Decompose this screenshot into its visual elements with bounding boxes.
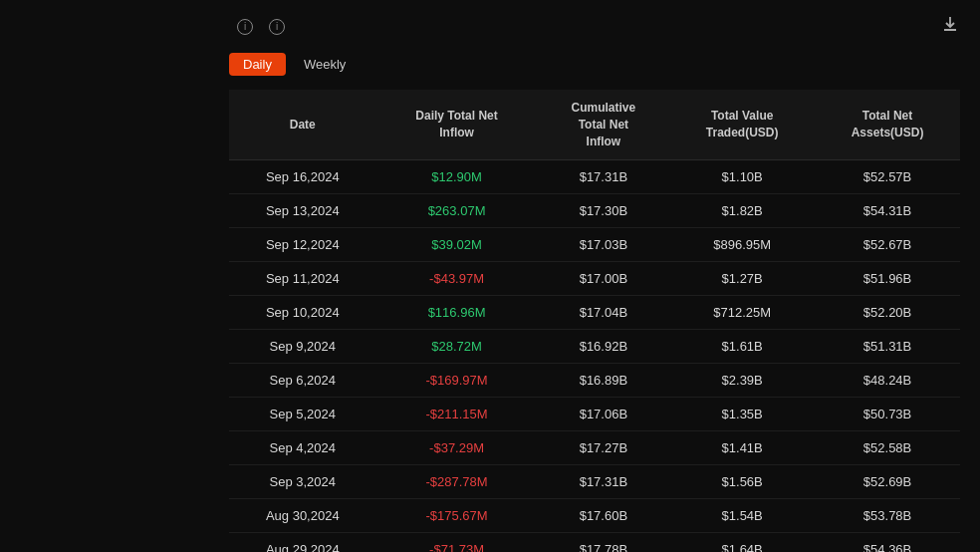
col-traded: Total ValueTraded(USD) bbox=[669, 90, 815, 160]
table-row: Sep 16,2024 $12.90M $17.31B $1.10B $52.5… bbox=[229, 160, 960, 194]
cell-assets: $52.67B bbox=[815, 228, 960, 262]
cell-traded: $1.54B bbox=[669, 499, 815, 533]
col-assets: Total NetAssets(USD) bbox=[815, 90, 960, 160]
table-row: Aug 29,2024 -$71.73M $17.78B $1.64B $54.… bbox=[229, 533, 960, 552]
cell-cumulative: $17.78B bbox=[538, 533, 670, 552]
cell-cumulative: $16.92B bbox=[538, 330, 670, 364]
table-row: Sep 3,2024 -$287.78M $17.31B $1.56B $52.… bbox=[229, 465, 960, 499]
col-date: Date bbox=[229, 90, 376, 160]
cell-cumulative: $17.30B bbox=[538, 194, 670, 228]
col-cumulative-inflow: CumulativeTotal NetInflow bbox=[538, 90, 670, 160]
cell-date: Sep 12,2024 bbox=[229, 228, 376, 262]
cell-traded: $1.64B bbox=[669, 533, 815, 552]
cell-assets: $53.78B bbox=[815, 499, 960, 533]
cell-cumulative: $16.89B bbox=[538, 364, 670, 398]
cell-daily-inflow: -$287.78M bbox=[376, 465, 538, 499]
table-row: Sep 9,2024 $28.72M $16.92B $1.61B $51.31… bbox=[229, 330, 960, 364]
col-daily-inflow: Daily Total NetInflow bbox=[376, 90, 538, 160]
table-row: Sep 4,2024 -$37.29M $17.27B $1.41B $52.5… bbox=[229, 431, 960, 465]
table-row: Sep 10,2024 $116.96M $17.04B $712.25M $5… bbox=[229, 296, 960, 330]
table-row: Sep 11,2024 -$43.97M $17.00B $1.27B $51.… bbox=[229, 262, 960, 296]
cell-daily-inflow: -$37.29M bbox=[376, 431, 538, 465]
cell-date: Sep 9,2024 bbox=[229, 330, 376, 364]
cell-date: Sep 5,2024 bbox=[229, 398, 376, 431]
tab-weekly[interactable]: Weekly bbox=[290, 53, 360, 76]
cell-cumulative: $17.31B bbox=[538, 160, 670, 194]
cell-daily-inflow: $263.07M bbox=[376, 194, 538, 228]
cell-traded: $1.27B bbox=[669, 262, 815, 296]
cell-assets: $52.57B bbox=[815, 160, 960, 194]
cell-traded: $1.56B bbox=[669, 465, 815, 499]
cell-assets: $48.24B bbox=[815, 364, 960, 398]
cell-date: Sep 4,2024 bbox=[229, 431, 376, 465]
cell-daily-inflow: $12.90M bbox=[376, 160, 538, 194]
cell-assets: $52.69B bbox=[815, 465, 960, 499]
cell-cumulative: $17.27B bbox=[538, 431, 670, 465]
cell-cumulative: $17.00B bbox=[538, 262, 670, 296]
cell-daily-inflow: $28.72M bbox=[376, 330, 538, 364]
cell-daily-inflow: -$169.97M bbox=[376, 364, 538, 398]
table-row: Sep 13,2024 $263.07M $17.30B $1.82B $54.… bbox=[229, 194, 960, 228]
cell-date: Sep 10,2024 bbox=[229, 296, 376, 330]
cell-assets: $52.20B bbox=[815, 296, 960, 330]
download-button[interactable] bbox=[940, 14, 960, 39]
cell-date: Sep 3,2024 bbox=[229, 465, 376, 499]
table-row: Sep 6,2024 -$169.97M $16.89B $2.39B $48.… bbox=[229, 364, 960, 398]
cell-traded: $1.10B bbox=[669, 160, 815, 194]
timezone-info-icon[interactable]: i bbox=[269, 19, 285, 35]
data-table-wrapper: Date Daily Total NetInflow CumulativeTot… bbox=[229, 90, 960, 552]
cell-cumulative: $17.06B bbox=[538, 398, 670, 431]
cell-daily-inflow: $116.96M bbox=[376, 296, 538, 330]
cell-daily-inflow: -$175.67M bbox=[376, 499, 538, 533]
cell-daily-inflow: -$71.73M bbox=[376, 533, 538, 552]
cell-date: Sep 13,2024 bbox=[229, 194, 376, 228]
cell-date: Sep 16,2024 bbox=[229, 160, 376, 194]
tab-bar: Daily Weekly bbox=[229, 53, 960, 76]
cell-daily-inflow: $39.02M bbox=[376, 228, 538, 262]
table-row: Aug 30,2024 -$175.67M $17.60B $1.54B $53… bbox=[229, 499, 960, 533]
cell-assets: $52.58B bbox=[815, 431, 960, 465]
cell-cumulative: $17.60B bbox=[538, 499, 670, 533]
cell-date: Aug 29,2024 bbox=[229, 533, 376, 552]
cell-date: Sep 6,2024 bbox=[229, 364, 376, 398]
table-row: Sep 5,2024 -$211.15M $17.06B $1.35B $50.… bbox=[229, 398, 960, 431]
cell-cumulative: $17.04B bbox=[538, 296, 670, 330]
cell-assets: $51.31B bbox=[815, 330, 960, 364]
cell-traded: $1.61B bbox=[669, 330, 815, 364]
cell-cumulative: $17.03B bbox=[538, 228, 670, 262]
cell-traded: $1.41B bbox=[669, 431, 815, 465]
cell-traded: $2.39B bbox=[669, 364, 815, 398]
table-row: Sep 12,2024 $39.02M $17.03B $896.95M $52… bbox=[229, 228, 960, 262]
title-info-icon[interactable]: i bbox=[237, 19, 253, 35]
cell-traded: $1.82B bbox=[669, 194, 815, 228]
cell-traded: $712.25M bbox=[669, 296, 815, 330]
cell-cumulative: $17.31B bbox=[538, 465, 670, 499]
cell-daily-inflow: -$211.15M bbox=[376, 398, 538, 431]
cell-date: Aug 30,2024 bbox=[229, 499, 376, 533]
cell-assets: $54.31B bbox=[815, 194, 960, 228]
cell-assets: $51.96B bbox=[815, 262, 960, 296]
cell-traded: $1.35B bbox=[669, 398, 815, 431]
cell-assets: $54.36B bbox=[815, 533, 960, 552]
tab-daily[interactable]: Daily bbox=[229, 53, 286, 76]
cell-assets: $50.73B bbox=[815, 398, 960, 431]
cell-date: Sep 11,2024 bbox=[229, 262, 376, 296]
etf-history-table: Date Daily Total NetInflow CumulativeTot… bbox=[229, 90, 960, 552]
cell-traded: $896.95M bbox=[669, 228, 815, 262]
cell-daily-inflow: -$43.97M bbox=[376, 262, 538, 296]
